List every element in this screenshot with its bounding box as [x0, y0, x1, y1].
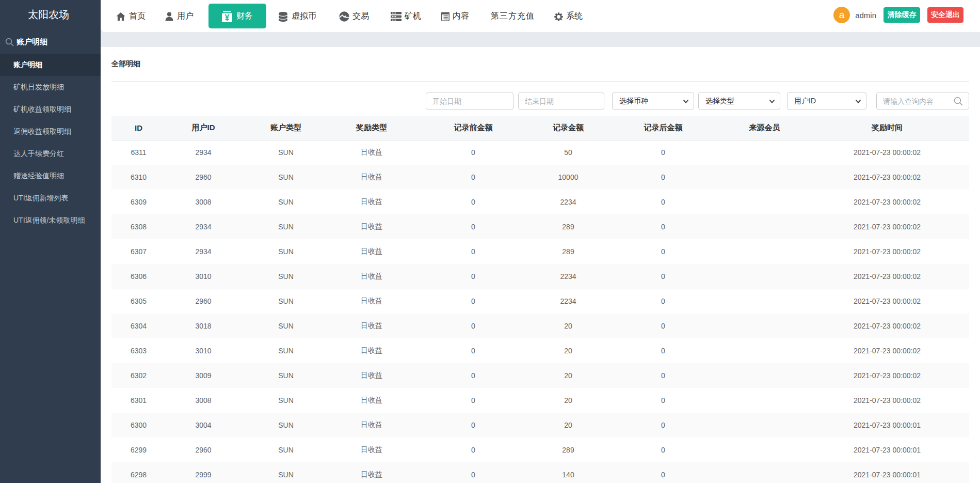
svg-text:¥: ¥ — [225, 13, 230, 22]
